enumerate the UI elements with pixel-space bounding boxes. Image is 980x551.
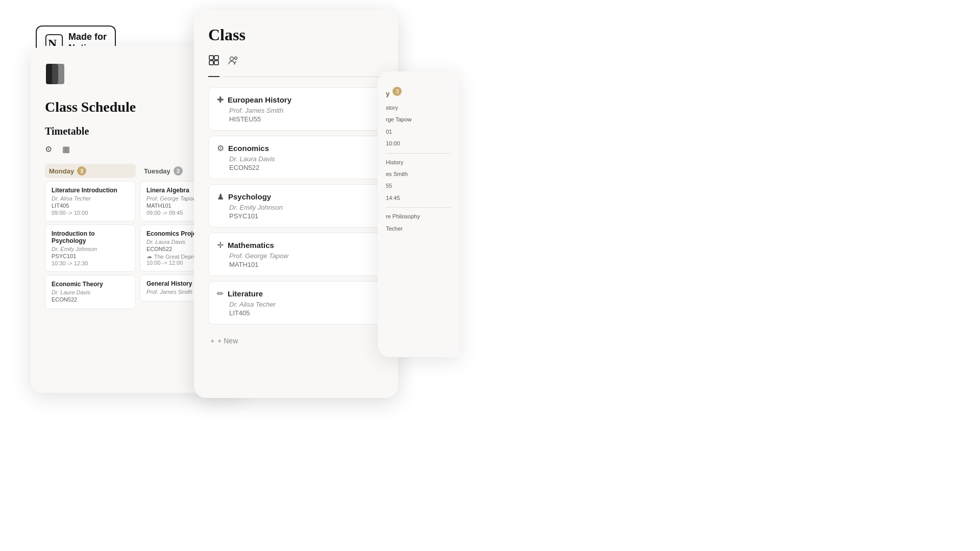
svg-rect-4 (209, 56, 213, 60)
class-item-literature[interactable]: ✏ Literature Dr. Alisa Techer LIT405 (208, 281, 384, 324)
psychology-icon: ♟ (217, 192, 224, 202)
class-card: Literature Introduction Dr. Alisa Techer… (45, 181, 136, 221)
class-panel-title: Class (208, 26, 384, 44)
partial-badge: 3 (393, 87, 402, 96)
svg-rect-7 (214, 61, 218, 65)
tab-layout[interactable] (208, 55, 219, 77)
tuesday-badge: 3 (174, 166, 183, 176)
class-panel-mockup: Class ✚ European History Prof. James Smi (194, 10, 398, 398)
class-item-mathematics[interactable]: ✛ Mathematics Prof. George Tapow MATH101 (208, 233, 384, 276)
layout-icon (208, 55, 219, 66)
grid-icon[interactable]: ▦ (62, 144, 74, 156)
svg-point-8 (230, 57, 234, 61)
svg-point-9 (235, 57, 237, 60)
class-card: Economic Theory Dr. Laura Davis ECON522 (45, 275, 136, 309)
svg-rect-6 (209, 61, 213, 65)
class-panel-tabs (208, 55, 384, 77)
monday-badge: 3 (77, 166, 86, 176)
plus-icon: + (210, 337, 214, 345)
svg-rect-5 (214, 56, 218, 60)
tab-users[interactable] (228, 55, 239, 72)
class-item-european-history[interactable]: ✚ European History Prof. James Smith HIS… (208, 87, 384, 131)
users-icon (228, 55, 239, 66)
svg-rect-3 (52, 64, 64, 84)
app-logo-icon (45, 61, 70, 87)
monday-header: Monday 3 (45, 164, 136, 178)
math-icon: ✛ (217, 240, 224, 250)
new-class-button[interactable]: + + New (208, 333, 384, 349)
class-card: Introduction to Psychology Dr. Emily Joh… (45, 224, 136, 272)
monday-column: Monday 3 Literature Introduction Dr. Ali… (45, 164, 136, 312)
settings-icon[interactable]: ⚙ (45, 144, 56, 156)
class-item-economics[interactable]: ⚙ Economics Dr. Laura Davis ECON522 (208, 136, 384, 179)
class-item-psychology[interactable]: ♟ Psychology Dr. Emily Johnson PSYC101 (208, 184, 384, 228)
cross-icon: ✚ (217, 95, 224, 105)
partial-panel: y 3 story rge Tapow 01 10:00 History es … (378, 71, 459, 357)
pen-icon: ✏ (217, 289, 224, 298)
economics-icon: ⚙ (217, 143, 224, 153)
